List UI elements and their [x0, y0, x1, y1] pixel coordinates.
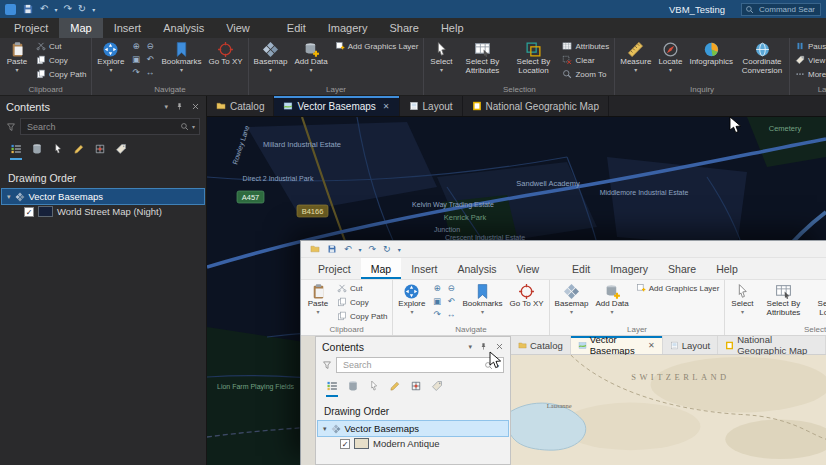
- inner-view-tab-vector-basemaps[interactable]: Vector Basemaps ✕: [571, 336, 663, 354]
- save-icon[interactable]: [22, 3, 34, 15]
- contents-tab-editing[interactable]: [389, 380, 401, 397]
- filter-icon[interactable]: [322, 360, 332, 370]
- inner-view-tab-catalog[interactable]: Catalog: [511, 336, 571, 354]
- undo-icon[interactable]: ↶: [40, 4, 48, 14]
- copy-path-button[interactable]: Copy Path: [34, 68, 88, 80]
- tab-view[interactable]: View: [215, 18, 261, 38]
- pane-menu-caret-icon[interactable]: ▾: [164, 103, 168, 111]
- previous-extent-icon[interactable]: ↶: [143, 53, 156, 65]
- inner-contents-search-input[interactable]: [341, 359, 481, 371]
- tab-map[interactable]: Map: [59, 18, 102, 38]
- go-to-xy-button[interactable]: Go To XY: [207, 40, 245, 68]
- undo-caret-icon[interactable]: ▾: [359, 246, 362, 253]
- add-data-button[interactable]: Add Data▾: [593, 282, 630, 316]
- filter-icon[interactable]: [6, 122, 16, 132]
- redo-icon[interactable]: ↷: [369, 244, 377, 254]
- coordinate-conversion-button[interactable]: Coordinate Conversion: [738, 40, 786, 77]
- inner-tab-view[interactable]: View: [507, 258, 550, 279]
- close-pane-icon[interactable]: [191, 102, 200, 111]
- infographics-button[interactable]: Infographics: [687, 40, 735, 68]
- pan-icon[interactable]: ↔: [444, 308, 457, 320]
- view-unplaced-button[interactable]: View Unplaced: [793, 54, 826, 66]
- layer-group-row[interactable]: ▾ Vector Basemaps: [2, 189, 204, 204]
- contents-tab-editing[interactable]: [73, 143, 85, 160]
- fixed-zoom-out-icon[interactable]: ⊖: [444, 282, 457, 294]
- layer-row[interactable]: ✓ World Street Map (Night): [2, 204, 204, 219]
- select-by-attributes-button[interactable]: Select By Attributes: [759, 282, 807, 319]
- tab-analysis[interactable]: Analysis: [152, 18, 215, 38]
- inner-contents-search[interactable]: ▾: [336, 357, 504, 373]
- select-by-location-button[interactable]: Select By Location: [810, 282, 826, 319]
- close-view-icon[interactable]: ✕: [648, 341, 655, 350]
- select-button[interactable]: Select▾: [427, 40, 455, 74]
- open-project-icon[interactable]: [310, 244, 320, 254]
- toolbar-customize-caret-icon[interactable]: ▾: [398, 246, 401, 253]
- undo-caret-icon[interactable]: ▾: [54, 6, 57, 13]
- copy-button[interactable]: Copy: [34, 54, 88, 66]
- view-tab-vector-basemaps[interactable]: Vector Basemaps ✕: [274, 96, 399, 116]
- redo-icon[interactable]: ↷: [63, 4, 71, 14]
- inner-tab-map[interactable]: Map: [361, 258, 401, 279]
- bookmarks-button[interactable]: Bookmarks▾: [159, 40, 203, 74]
- contents-tab-drawing-order[interactable]: [10, 143, 22, 160]
- antique-map[interactable]: SWITZERLAND Lausanne: [511, 355, 826, 465]
- contents-search[interactable]: ▾: [20, 118, 200, 135]
- tab-help[interactable]: Help: [430, 18, 475, 38]
- pin-icon[interactable]: [479, 342, 488, 351]
- full-extent-icon[interactable]: ▣: [129, 53, 142, 65]
- cut-button[interactable]: Cut: [335, 282, 389, 294]
- refresh-icon[interactable]: ↻: [78, 4, 86, 14]
- go-to-xy-button[interactable]: Go To XY: [508, 282, 546, 310]
- inner-tab-analysis[interactable]: Analysis: [447, 258, 506, 279]
- contents-tab-data-source[interactable]: [31, 143, 43, 160]
- contents-search-input[interactable]: [25, 121, 177, 133]
- paste-button[interactable]: Paste▾: [304, 282, 332, 316]
- command-search-input[interactable]: [757, 4, 817, 15]
- layer-group-row[interactable]: ▾ Vector Basemaps: [318, 421, 508, 436]
- next-extent-icon[interactable]: ↷: [430, 308, 443, 320]
- zoom-full-extent-icon[interactable]: ⊕: [430, 282, 443, 294]
- measure-button[interactable]: Measure▾: [618, 40, 653, 74]
- pin-icon[interactable]: [175, 102, 184, 111]
- contents-tab-snapping[interactable]: [410, 380, 422, 397]
- contents-tab-data-source[interactable]: [347, 380, 359, 397]
- tab-imagery[interactable]: Imagery: [317, 18, 379, 38]
- refresh-icon[interactable]: ↻: [383, 244, 391, 254]
- save-icon[interactable]: [327, 244, 337, 254]
- inner-tab-insert[interactable]: Insert: [401, 258, 447, 279]
- close-view-icon[interactable]: ✕: [383, 102, 390, 111]
- basemap-button[interactable]: Basemap▾: [252, 40, 290, 74]
- zoom-to-button[interactable]: Zoom To: [560, 68, 611, 80]
- contents-tab-selection[interactable]: [52, 143, 64, 160]
- attributes-button[interactable]: Attributes: [560, 40, 611, 52]
- copy-button[interactable]: Copy: [335, 296, 389, 308]
- command-search[interactable]: [741, 3, 821, 16]
- explore-button[interactable]: Explore▾: [95, 40, 126, 74]
- previous-extent-icon[interactable]: ↶: [444, 295, 457, 307]
- layer-row[interactable]: ✓ Modern Antique: [318, 436, 508, 451]
- add-graphics-layer-button[interactable]: Add Graphics Layer: [333, 40, 421, 52]
- add-graphics-layer-button[interactable]: Add Graphics Layer: [634, 282, 722, 294]
- select-button[interactable]: Select▾: [728, 282, 756, 316]
- inner-tab-imagery[interactable]: Imagery: [600, 258, 658, 279]
- fixed-zoom-out-icon[interactable]: ⊖: [143, 40, 156, 52]
- tab-edit[interactable]: Edit: [276, 18, 317, 38]
- inner-tab-help[interactable]: Help: [706, 258, 748, 279]
- contents-tab-selection[interactable]: [368, 380, 380, 397]
- undo-icon[interactable]: ↶: [344, 244, 352, 254]
- zoom-full-extent-icon[interactable]: ⊕: [129, 40, 142, 52]
- inner-view-tab-national-geographic-map[interactable]: National Geographic Map: [718, 336, 826, 354]
- inner-tab-edit[interactable]: Edit: [562, 258, 600, 279]
- view-tab-national-geographic-map[interactable]: National Geographic Map: [463, 96, 609, 116]
- select-by-location-button[interactable]: Select By Location: [509, 40, 557, 77]
- expand-twisty-icon[interactable]: ▾: [7, 193, 11, 201]
- view-tab-catalog[interactable]: Catalog: [207, 96, 274, 116]
- pause-labeling-button[interactable]: Pause: [793, 40, 826, 52]
- pane-menu-caret-icon[interactable]: ▾: [468, 343, 472, 351]
- pan-icon[interactable]: ↔: [143, 66, 156, 78]
- inner-tab-share[interactable]: Share: [658, 258, 706, 279]
- clear-button[interactable]: Clear: [560, 54, 611, 66]
- inner-map-view[interactable]: SWITZERLAND Lausanne: [511, 355, 826, 465]
- basemap-button[interactable]: Basemap▾: [553, 282, 591, 316]
- app-logo-icon[interactable]: [5, 4, 16, 15]
